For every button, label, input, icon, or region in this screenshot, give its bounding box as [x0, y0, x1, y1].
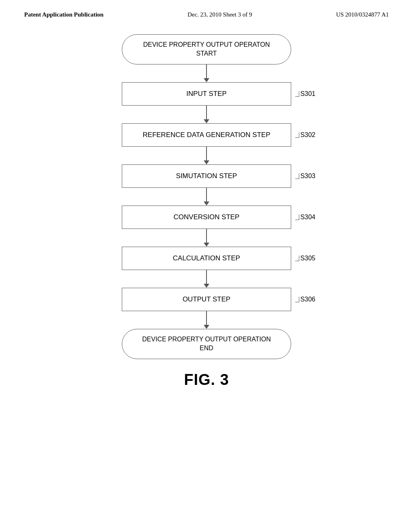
arrow-5 — [204, 229, 209, 247]
arrow-line-4 — [206, 188, 207, 202]
arrow-line-1 — [206, 64, 207, 78]
patent-number-label: US 2010/0324877 A1 — [336, 11, 389, 18]
arrow-2 — [204, 106, 209, 123]
arrow-head-3 — [204, 160, 209, 164]
arrow-line-7 — [206, 311, 207, 325]
tick-6 — [295, 297, 299, 302]
page-header: Patent Application Publication Dec. 23, … — [0, 0, 413, 18]
arrow-line-6 — [206, 270, 207, 284]
step-ref-2: S302 — [295, 131, 315, 139]
step-label-1: INPUT STEP — [186, 90, 227, 98]
arrow-3 — [204, 147, 209, 164]
end-line2: END — [200, 345, 213, 351]
step-label-4: CONVERSION STEP — [173, 213, 239, 221]
tick-2 — [295, 132, 299, 138]
step-row-1: INPUT STEP S301 — [90, 82, 323, 106]
tick-1 — [295, 91, 299, 97]
end-line1: DEVICE PROPERTY OUTPUT OPERATION — [142, 336, 271, 343]
step-row-3: SIMUTATION STEP S303 — [90, 164, 323, 188]
step-ref-1: S301 — [295, 90, 315, 98]
start-line2: START — [196, 50, 217, 57]
arrow-1 — [204, 64, 209, 82]
step-row-6: OUTPUT STEP S306 — [90, 288, 323, 311]
step-ref-3: S303 — [295, 172, 315, 180]
arrow-line-3 — [206, 147, 207, 160]
flowchart: DEVICE PROPERTY OUTPUT OPERATON START IN… — [65, 34, 348, 359]
step-box-5: CALCULATION STEP — [122, 247, 291, 270]
step-ref-5: S305 — [295, 255, 315, 262]
step-box-2: REFERENCE DATA GENERATION STEP — [122, 123, 291, 147]
step-label-5: CALCULATION STEP — [173, 254, 240, 262]
diagram-area: DEVICE PROPERTY OUTPUT OPERATON START IN… — [0, 34, 413, 389]
step-box-3: SIMUTATION STEP — [122, 164, 291, 188]
step-label-6: OUTPUT STEP — [183, 295, 231, 303]
arrow-4 — [204, 188, 209, 206]
tick-4 — [295, 214, 299, 220]
step-row-5: CALCULATION STEP S305 — [90, 247, 323, 270]
tick-5 — [295, 256, 299, 261]
arrow-6 — [204, 270, 209, 288]
step-row-2: REFERENCE DATA GENERATION STEP S302 — [90, 123, 323, 147]
start-box: DEVICE PROPERTY OUTPUT OPERATON START — [122, 34, 291, 64]
step-box-6: OUTPUT STEP — [122, 288, 291, 311]
step-ref-6: S306 — [295, 296, 315, 303]
step-ref-4: S304 — [295, 214, 315, 221]
step-label-2: REFERENCE DATA GENERATION STEP — [143, 131, 270, 139]
figure-label: FIG. 3 — [184, 371, 229, 389]
arrow-line-2 — [206, 106, 207, 119]
step-row-4: CONVERSION STEP S304 — [90, 206, 323, 229]
arrow-head-2 — [204, 119, 209, 123]
arrow-head-1 — [204, 78, 209, 82]
arrow-head-5 — [204, 243, 209, 247]
arrow-head-7 — [204, 325, 209, 329]
step-box-1: INPUT STEP — [122, 82, 291, 106]
start-line1: DEVICE PROPERTY OUTPUT OPERATON — [143, 41, 270, 48]
end-box: DEVICE PROPERTY OUTPUT OPERATION END — [122, 329, 291, 359]
arrow-head-6 — [204, 284, 209, 288]
tick-3 — [295, 173, 299, 179]
arrow-line-5 — [206, 229, 207, 243]
arrow-7 — [204, 311, 209, 329]
step-label-3: SIMUTATION STEP — [176, 172, 237, 180]
date-sheet-label: Dec. 23, 2010 Sheet 3 of 9 — [188, 11, 252, 18]
publication-label: Patent Application Publication — [24, 11, 104, 18]
step-box-4: CONVERSION STEP — [122, 206, 291, 229]
arrow-head-4 — [204, 202, 209, 206]
